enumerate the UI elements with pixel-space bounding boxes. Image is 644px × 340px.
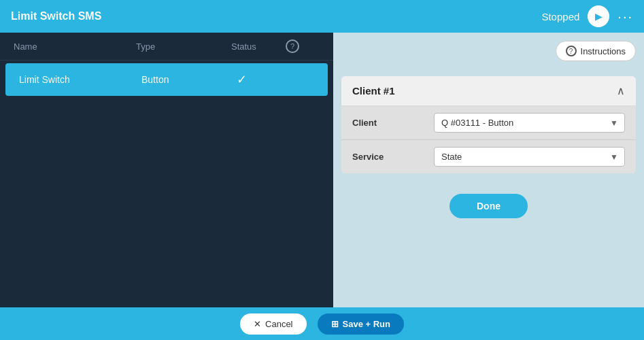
title-bar: Limit Switch SMS Stopped ▶ ··· (0, 0, 644, 33)
col-header-name: Name (14, 41, 136, 52)
collapse-button[interactable]: ∧ (617, 84, 625, 97)
help-icon[interactable]: ? (286, 39, 299, 53)
instructions-question-icon: ? (566, 46, 577, 56)
done-area: Done (341, 180, 636, 232)
play-button[interactable]: ▶ (588, 5, 609, 27)
cancel-icon: ✕ (254, 319, 261, 329)
title-bar-right: Stopped ▶ ··· (541, 5, 633, 27)
client-select-wrapper: Q #03111 - Button ▼ (434, 113, 625, 133)
save-run-label: Save + Run (343, 319, 390, 329)
row-name: Limit Switch (19, 74, 141, 85)
client-card-title: Client #1 (352, 85, 395, 97)
service-field-label: Service (352, 152, 434, 162)
cancel-label: Cancel (265, 319, 292, 329)
client-card-body: Client Q #03111 - Button ▼ Service State… (341, 106, 636, 173)
table-header: Name Type Status ? (0, 33, 333, 61)
left-panel: Name Type Status ? Limit Switch Button ✓ (0, 33, 333, 307)
bottom-bar: ✕ Cancel ⊞ Save + Run (0, 307, 644, 340)
col-header-type: Type (136, 41, 231, 52)
client-select[interactable]: Q #03111 - Button (434, 113, 625, 133)
app-title: Limit Switch SMS (11, 10, 101, 22)
col-header-status: Status (231, 41, 286, 52)
client-field-label: Client (352, 118, 434, 128)
service-field-row: Service State ▼ (341, 140, 636, 173)
client-card-header: Client #1 ∧ (341, 76, 636, 106)
title-bar-left: Limit Switch SMS (11, 10, 101, 22)
service-select[interactable]: State (434, 147, 625, 167)
client-card: Client #1 ∧ Client Q #03111 - Button ▼ S… (341, 76, 636, 173)
service-select-wrapper: State ▼ (434, 147, 625, 167)
row-status-icon: ✓ (237, 72, 291, 87)
more-button[interactable]: ··· (617, 9, 633, 24)
save-run-button[interactable]: ⊞ Save + Run (318, 313, 404, 335)
row-type: Button (141, 74, 237, 85)
right-panel: ? Instructions Client #1 ∧ Client Q #031… (333, 33, 644, 307)
instructions-label: Instructions (581, 46, 626, 56)
cancel-button[interactable]: ✕ Cancel (240, 313, 306, 335)
status-label: Stopped (541, 11, 579, 22)
main-layout: Name Type Status ? Limit Switch Button ✓… (0, 33, 644, 307)
table-row[interactable]: Limit Switch Button ✓ (5, 63, 328, 96)
instructions-button[interactable]: ? Instructions (556, 41, 636, 61)
save-run-icon: ⊞ (331, 319, 339, 329)
done-button[interactable]: Done (450, 194, 528, 218)
client-field-row: Client Q #03111 - Button ▼ (341, 106, 636, 140)
